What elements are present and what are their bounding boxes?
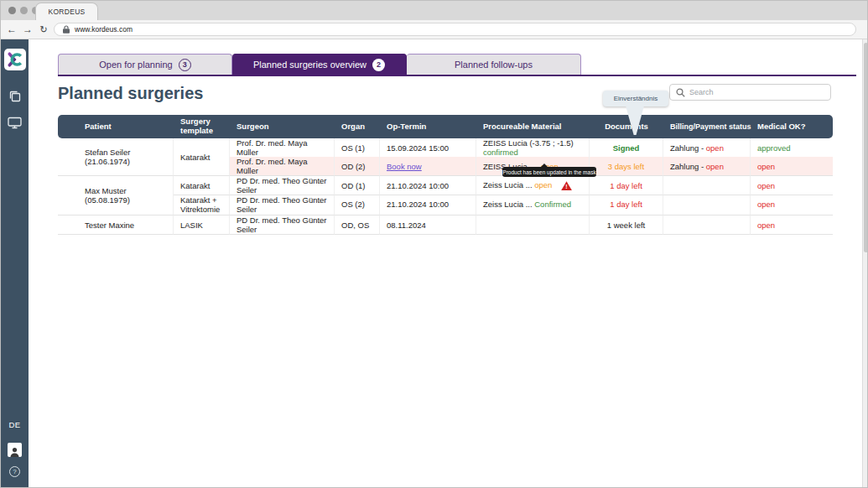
medical-status: open: [757, 162, 775, 171]
documents-status: Signed: [613, 143, 640, 153]
billing-label: Zahlung -: [670, 162, 704, 171]
material-cell: ZEISS Lucia (-3.75 ; -1.5) confirmed: [476, 138, 590, 157]
medical-status: approved: [757, 143, 791, 153]
product-updated-tooltip: Product has been updated in the mask: [502, 167, 596, 177]
billing-status: open: [706, 143, 724, 153]
patient-cell: Stefan Seiler (21.06.1974): [58, 138, 174, 176]
back-icon[interactable]: ←: [5, 22, 18, 37]
tab-open-for-planning[interactable]: Open for planning 3: [58, 54, 232, 75]
tab-label: Planned follow-ups: [455, 60, 533, 70]
user-avatar-icon[interactable]: [8, 443, 22, 457]
medical-ok-cell: open: [751, 157, 833, 176]
documents-cell: 1 day left: [590, 176, 663, 195]
browser-tab[interactable]: KORDEUS: [35, 3, 98, 20]
material-cell: [476, 215, 590, 235]
op-termin-cell: 21.10.2024 10:00: [380, 176, 476, 195]
app-sidebar: DE ?: [1, 39, 29, 488]
consent-tooltip: Einverständnis: [603, 91, 668, 106]
col-medical-ok: Medical OK?: [751, 115, 833, 138]
warning-icon: !: [561, 181, 572, 190]
table-row[interactable]: Tester Maxine LASIK PD Dr. med. Theo Gün…: [58, 215, 833, 235]
billing-status: open: [706, 162, 724, 171]
surgery-template-cell: LASIK: [174, 215, 230, 235]
planned-surgeries-table: Patient Surgery template Surgeon Organ O…: [58, 115, 833, 235]
op-termin-cell: 21.10.2024 10:00: [380, 195, 476, 215]
col-surgeon: Surgeon: [230, 115, 335, 138]
op-termin-cell: 15.09.2024 15:00: [380, 138, 476, 157]
book-now-link[interactable]: Book now: [387, 162, 422, 171]
medical-status: open: [757, 181, 775, 190]
monitor-icon[interactable]: [1, 117, 29, 129]
search-box: [669, 84, 831, 101]
window-minimize-button[interactable]: [20, 7, 28, 14]
billing-cell: Zahlung - open: [663, 138, 751, 157]
col-documents: Documents: [590, 115, 663, 138]
documents-status: 1 day left: [610, 200, 642, 209]
help-icon[interactable]: ?: [9, 466, 20, 477]
scrollbar-thumb[interactable]: [864, 43, 868, 252]
surgeon-cell: Prof. Dr. med. Maya Müller: [230, 138, 335, 157]
surgery-template-cell: Katarakt: [174, 138, 230, 176]
surgeon-cell: Prof. Dr. med. Maya Müller: [230, 157, 335, 176]
table-row[interactable]: Max Muster (05.08.1979) Katarakt PD Dr. …: [58, 176, 833, 195]
billing-cell: [663, 215, 751, 235]
billing-cell: [663, 176, 751, 195]
language-toggle[interactable]: DE: [1, 420, 29, 429]
page-title: Planned surgeries: [58, 84, 203, 103]
url-text: www.kordeus.com: [75, 25, 133, 34]
documents-cell: 1 day left: [590, 195, 663, 215]
patient-cell: Tester Maxine: [58, 215, 174, 235]
tab-count-badge: 2: [372, 59, 385, 71]
tab-planned-follow-ups[interactable]: Planned follow-ups: [407, 54, 581, 75]
op-termin-cell: Book now: [380, 157, 476, 176]
medical-ok-cell: open: [751, 195, 833, 215]
col-op-termin: Op-Termin: [380, 115, 476, 138]
tab-label: Open for planning: [99, 60, 172, 70]
billing-cell: Zahlung - open: [663, 157, 751, 176]
tab-planned-surgeries-overview[interactable]: Planned surgeries overview 2: [232, 54, 407, 75]
op-termin-cell: 08.11.2024: [380, 215, 476, 235]
material-text: ZEISS Lucia (-3.75 ; -1.5): [483, 138, 574, 148]
col-patient: Patient: [58, 115, 174, 138]
table-row[interactable]: Katarakt + Vitrektomie PD Dr. med. Theo …: [58, 195, 833, 215]
surgery-template-cell: Katarakt + Vitrektomie: [174, 195, 230, 215]
patient-cell: Max Muster (05.08.1979): [58, 176, 174, 215]
browser-tabstrip: KORDEUS: [1, 1, 868, 20]
material-status: open: [534, 180, 552, 189]
surgeon-cell: PD Dr. med. Theo Günter Seiler: [230, 195, 335, 215]
window-close-button[interactable]: [8, 7, 16, 14]
forward-icon[interactable]: →: [21, 22, 34, 37]
search-icon: [676, 88, 685, 97]
browser-window: KORDEUS ← → ↻ www.kordeus.com: [0, 0, 868, 488]
browser-tab-title: KORDEUS: [48, 8, 85, 16]
billing-label: Zahlung -: [670, 143, 704, 153]
material-text: Zeiss Lucia ...: [483, 180, 533, 189]
material-cell: Zeiss Lucia ... Confirmed: [476, 195, 590, 215]
planning-tabbar: Open for planning 3 Planned surgeries ov…: [58, 54, 856, 76]
organ-cell: OS (2): [335, 195, 380, 215]
browser-toolbar: ← → ↻ www.kordeus.com: [1, 20, 868, 39]
medical-ok-cell: open: [751, 215, 833, 235]
billing-cell: [663, 195, 751, 215]
material-status: confirmed: [483, 148, 518, 157]
copy-pages-icon[interactable]: [1, 90, 29, 102]
material-cell: Zeiss Lucia ... open !: [476, 176, 590, 195]
surgery-template-cell: Katarakt: [174, 176, 230, 195]
material-text: Zeiss Lucia ...: [483, 200, 533, 209]
search-input[interactable]: [689, 88, 815, 96]
address-bar[interactable]: www.kordeus.com: [54, 23, 856, 36]
col-surgery-template: Surgery template: [174, 115, 230, 138]
reload-icon[interactable]: ↻: [37, 22, 50, 37]
table-row[interactable]: Stefan Seiler (21.06.1974) Katarakt Prof…: [58, 138, 833, 157]
medical-ok-cell: open: [751, 176, 833, 195]
organ-cell: OD, OS: [335, 215, 380, 235]
col-procureable-material: Procureable Material: [476, 115, 590, 138]
documents-cell: 3 days left: [590, 157, 663, 176]
app-logo[interactable]: [4, 49, 26, 70]
tab-count-badge: 3: [179, 59, 191, 71]
col-organ: Organ: [335, 115, 380, 138]
documents-cell: 1 week left: [590, 215, 663, 235]
medical-ok-cell: approved: [751, 138, 833, 157]
tab-label: Planned surgeries overview: [253, 60, 366, 70]
page-scrollbar[interactable]: [862, 39, 868, 488]
